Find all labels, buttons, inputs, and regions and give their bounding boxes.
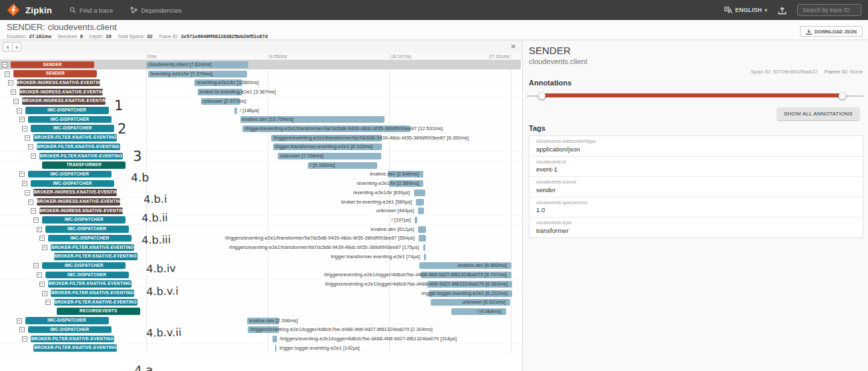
brand-name[interactable]: Zipkin <box>25 5 52 15</box>
span-bar[interactable] <box>424 254 426 260</box>
collapse-span-toggle[interactable]: − <box>42 291 47 296</box>
collapse-span-toggle[interactable]: − <box>31 153 36 159</box>
trace-row[interactable]: −BROKER-INGRESS.KNATIVE-EVENTING/eventin… <box>0 188 521 198</box>
service-badge[interactable]: BROKER-FILTER.KNATIVE-EVENTING <box>33 344 117 352</box>
service-badge[interactable]: IMC-DISPATCHER <box>28 116 112 123</box>
collapse-span-toggle[interactable]: − <box>33 218 39 223</box>
collapse-span-toggle[interactable]: − <box>8 80 13 85</box>
collapse-span-toggle[interactable]: − <box>28 200 33 205</box>
collapse-span-toggle[interactable]: − <box>39 236 45 241</box>
collapse-span-toggle[interactable]: − <box>19 327 25 332</box>
service-badge[interactable]: BROKER-FILTER.KNATIVE-EVENTING <box>51 244 134 252</box>
service-badge[interactable]: BROKER-FILTER.KNATIVE-EVENTING <box>51 290 134 297</box>
trace-row[interactable]: −BROKER-INGRESS.KNATIVE-EVENTINGbroker:b… <box>0 198 521 207</box>
language-selector[interactable]: ENGLISH ▾ <box>724 7 767 14</box>
service-badge[interactable]: IMC-DISPATCHER <box>42 262 126 270</box>
service-badge[interactable]: BROKER-INGRESS.KNATIVE-EVENTING <box>22 97 105 105</box>
span-bar[interactable] <box>418 226 426 233</box>
service-badge[interactable]: IMC-DISPATCHER <box>31 125 114 132</box>
service-badge[interactable]: BROKER-FILTER.KNATIVE-EVENTING <box>54 299 138 306</box>
service-badge[interactable]: BROKER-FILTER.KNATIVE-EVENTING <box>31 336 114 343</box>
service-badge[interactable]: IMC-DISPATCHER <box>48 235 132 242</box>
collapse-span-toggle[interactable]: − <box>17 108 22 113</box>
collapse-span-toggle[interactable]: − <box>22 181 27 186</box>
service-badge[interactable]: IMC-DISPATCHER <box>42 216 126 224</box>
collapse-span-toggle[interactable]: − <box>25 190 30 196</box>
trace-row[interactable]: −IMC-DISPATCHER/triggers/eventing-e2e1/t… <box>0 234 521 243</box>
collapse-span-toggle[interactable]: − <box>13 99 19 104</box>
trace-row[interactable]: −IMC-DISPATCHERknative.dev [612µs] <box>0 225 521 234</box>
annotation-slider-handle-start[interactable] <box>538 92 546 99</box>
service-badge[interactable]: BROKER-FILTER.KNATIVE-EVENTING <box>33 134 117 141</box>
service-badge[interactable]: BROKER-FILTER.KNATIVE-EVENTING <box>39 153 123 160</box>
trace-row[interactable]: −BROKER-INGRESS.KNATIVE-EVENTINGbroker:b… <box>0 87 521 97</box>
collapse-span-toggle[interactable]: − <box>39 282 45 287</box>
trace-row[interactable]: −BROKER-INGRESS.KNATIVE-EVENTINGunknown … <box>0 97 521 106</box>
service-badge[interactable]: IMC-DISPATCHER <box>25 107 109 114</box>
service-badge[interactable]: BROKER-INGRESS.KNATIVE-EVENTING <box>33 189 117 196</box>
span-bar[interactable] <box>418 208 424 214</box>
collapse-span-toggle[interactable]: − <box>2 62 7 67</box>
service-badge[interactable]: IMC-DISPATCHER <box>45 272 129 279</box>
trace-row[interactable]: −IMC-DISPATCHERknative.dev [2.396ms] <box>0 316 521 326</box>
service-badge[interactable]: IMC-DISPATCHER <box>28 171 112 178</box>
search-by-trace-id-input[interactable] <box>797 4 861 16</box>
collapse-detail-icon[interactable]: » <box>511 41 515 51</box>
collapse-span-toggle[interactable]: − <box>28 144 33 149</box>
upload-button[interactable] <box>778 6 787 15</box>
trace-row[interactable]: −BROKER-FILTER.KNATIVE-EVENTINGtrigger:t… <box>0 142 521 151</box>
trace-row[interactable]: −IMC-DISPATCHER/triggers/eventing-e2e1/l… <box>0 270 521 280</box>
span-bar[interactable] <box>234 107 237 114</box>
collapse-span-toggle[interactable]: − <box>22 336 27 342</box>
service-badge[interactable]: BROKER-INGRESS.KNATIVE-EVENTING <box>19 89 103 96</box>
trace-row[interactable]: TRANSFORMER/ [5.160ms] <box>0 161 521 170</box>
trace-row[interactable]: −IMC-DISPATCHER/triggers/eventing-e2e1/t… <box>0 124 521 133</box>
trace-row[interactable]: −BROKER-FILTER.KNATIVE-EVENTING/triggers… <box>0 243 521 252</box>
trace-row[interactable]: −SENDERcloudevents.client [7.624ms] <box>0 60 521 69</box>
collapse-span-toggle[interactable]: − <box>25 135 30 141</box>
collapse-span-toggle[interactable]: − <box>17 318 22 324</box>
span-bar[interactable] <box>416 199 424 206</box>
service-badge[interactable]: BROKER-FILTER.KNATIVE-EVENTING <box>37 143 120 151</box>
trace-row[interactable]: −BROKER-FILTER.KNATIVE-EVENTINGunknown [… <box>0 151 521 161</box>
trace-row[interactable]: −BROKER-FILTER.KNATIVE-EVENTINGunknown [… <box>0 298 521 307</box>
collapse-span-toggle[interactable]: − <box>45 300 51 305</box>
collapse-span-toggle[interactable]: − <box>37 227 42 232</box>
nav-find-a-trace[interactable]: Find a trace <box>69 7 113 14</box>
trace-row[interactable]: −IMC-DISPATCHERknative.dev [6.850ms] <box>0 261 521 270</box>
trace-row[interactable]: −BROKER-FILTER.KNATIVE-EVENTING/triggers… <box>0 133 521 143</box>
grow-rows-button[interactable]: ∨ <box>12 42 21 51</box>
service-badge[interactable]: SENDER <box>13 70 97 77</box>
span-bar[interactable] <box>423 244 426 251</box>
span-bar[interactable] <box>414 190 425 196</box>
collapse-span-toggle[interactable]: − <box>5 71 10 77</box>
trace-row[interactable]: RECORDEVENTS/ [4.064ms] <box>0 307 521 316</box>
service-badge[interactable]: TRANSFORMER <box>42 161 126 169</box>
service-badge[interactable]: IMC-DISPATCHER <box>31 180 114 188</box>
service-badge[interactable]: BROKER-INGRESS.KNATIVE-EVENTING <box>39 208 123 215</box>
span-bar[interactable] <box>275 345 277 352</box>
collapse-span-toggle[interactable]: − <box>22 126 27 131</box>
service-badge[interactable]: IMC-DISPATCHER <box>28 326 112 334</box>
download-json-button[interactable]: DOWNLOAD JSON <box>800 26 863 37</box>
collapse-span-toggle[interactable]: − <box>37 272 42 278</box>
brand[interactable]: Zipkin <box>7 3 52 17</box>
annotation-slider-range[interactable] <box>542 93 842 97</box>
collapse-span-toggle[interactable]: − <box>31 208 36 214</box>
span-bar[interactable] <box>272 336 276 342</box>
service-badge[interactable]: IMC-DISPATCHER <box>45 226 129 233</box>
show-all-annotations-button[interactable]: SHOW ALL ANNOTATIONS <box>777 107 859 120</box>
span-bar[interactable] <box>415 217 417 224</box>
service-badge[interactable]: IMC-DISPATCHER <box>25 317 109 324</box>
trace-row[interactable]: −IMC-DISPATCHER/triggers/eventing-e2e1/l… <box>0 325 521 334</box>
trace-row[interactable]: −IMC-DISPATCHERknative.dev [10.754ms] <box>0 115 521 124</box>
collapse-span-toggle[interactable]: − <box>11 89 16 95</box>
service-badge[interactable]: RECORDEVENTS <box>57 308 140 315</box>
trace-row[interactable]: −BROKER-FILTER.KNATIVE-EVENTINGtrigger:l… <box>0 289 521 298</box>
trace-row[interactable]: −BROKER-FILTER.KNATIVE-EVENTING/triggers… <box>0 280 521 289</box>
service-badge[interactable]: BROKER-INGRESS.KNATIVE-EVENTING <box>17 79 100 87</box>
collapse-span-toggle[interactable]: − <box>19 171 25 177</box>
collapse-span-toggle[interactable]: − <box>42 245 47 250</box>
trace-row[interactable]: −IMC-DISPATCHERknative.dev [2.648ms] <box>0 169 521 179</box>
trace-row[interactable]: −BROKER-FILTER.KNATIVE-EVENTING/triggers… <box>0 334 521 344</box>
